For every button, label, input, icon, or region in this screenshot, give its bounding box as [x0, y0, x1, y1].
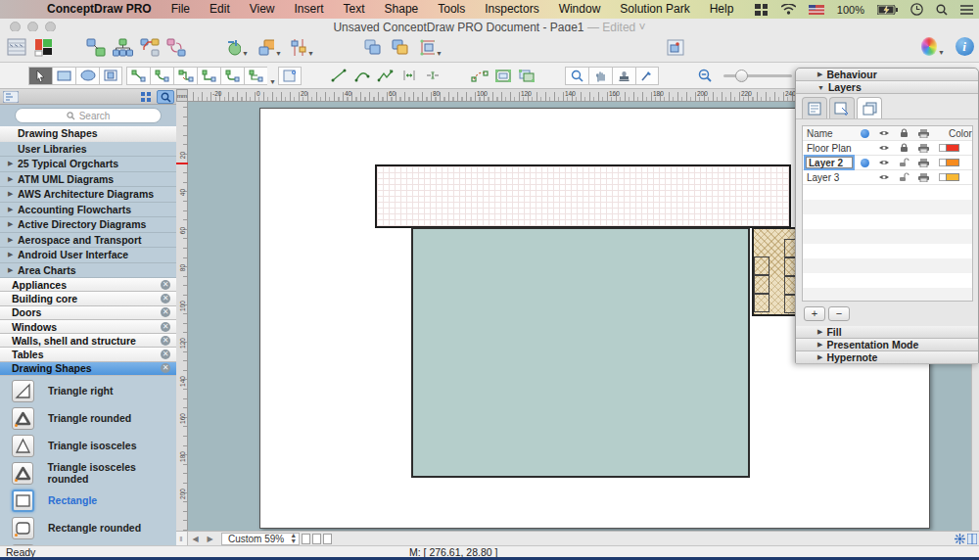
org-chart-icon[interactable]: [111, 36, 134, 58]
layer-select-icon[interactable]: [829, 97, 855, 118]
rectangle-icon[interactable]: [12, 490, 34, 512]
table-group-shape[interactable]: [752, 227, 798, 316]
print-icon[interactable]: [916, 170, 930, 185]
sidebar-item-android-user-interface[interactable]: ▶Android User Interface: [0, 248, 176, 263]
clock-icon[interactable]: [910, 3, 923, 16]
shape-item-rectangle[interactable]: Rectangle: [0, 487, 176, 514]
info-icon[interactable]: i: [953, 35, 976, 57]
zoom-out-icon[interactable]: [694, 65, 718, 86]
notification-center-icon[interactable]: [960, 5, 973, 15]
open-library-drawing-shapes[interactable]: Drawing Shapes✕: [0, 362, 176, 376]
hypernote-section-header[interactable]: ▶Hypernote: [796, 351, 978, 364]
presentation-mode-section-header[interactable]: ▶Presentation Mode: [796, 339, 978, 351]
midpoint-tool[interactable]: [397, 65, 421, 86]
lock-open-icon[interactable]: [897, 156, 910, 170]
visible-icon[interactable]: [877, 156, 891, 170]
connector-smart-tool[interactable]: [173, 67, 197, 85]
menu-window[interactable]: Window: [549, 0, 611, 19]
zoom-slider-handle[interactable]: [735, 70, 748, 82]
expand-arrow-icon[interactable]: ▶: [8, 206, 18, 213]
sidebar-item-active-directory-diagrams[interactable]: ▶Active Directory Diagrams: [0, 217, 176, 233]
bring-forward-icon[interactable]: [389, 36, 412, 58]
close-library-icon[interactable]: ✕: [161, 294, 170, 303]
zoom-tool[interactable]: [565, 67, 588, 85]
distribute-vertical-icon[interactable]: ▼: [291, 36, 314, 58]
layer-list-icon[interactable]: [802, 97, 827, 118]
menu-file[interactable]: File: [162, 0, 200, 19]
expand-arrow-icon[interactable]: ▶: [8, 175, 18, 183]
close-library-icon[interactable]: ✕: [161, 363, 170, 373]
rectangle-tool[interactable]: [52, 67, 75, 85]
expand-arrow-icon[interactable]: ▶: [8, 236, 18, 244]
swap-shapes-icon[interactable]: [164, 36, 188, 58]
pan-tool[interactable]: [588, 67, 612, 85]
close-library-icon[interactable]: ✕: [161, 280, 170, 290]
triangle-right-icon[interactable]: [12, 380, 34, 402]
connector-tree-tool[interactable]: [244, 67, 267, 85]
search-input[interactable]: Search: [15, 108, 162, 123]
group-tool[interactable]: [515, 65, 538, 86]
shape-item-triangle-isosceles-rounded[interactable]: Triangle isosceles rounded: [0, 459, 176, 487]
triangle-rounded-icon[interactable]: [12, 407, 34, 430]
expand-arrow-icon[interactable]: ▶: [8, 266, 18, 274]
group-edit-tool[interactable]: [491, 65, 515, 86]
page-view-button-1[interactable]: [302, 534, 310, 544]
duplicate-icon[interactable]: [361, 36, 385, 58]
lock-open-icon[interactable]: [897, 170, 910, 185]
shape-item-rectangle-rounded[interactable]: Rectangle rounded: [0, 514, 176, 541]
sidebar-item-aws-architecture-diagrams[interactable]: ▶AWS Architecture Diagrams: [0, 187, 176, 203]
split-view-icon[interactable]: [967, 534, 977, 544]
shape-item-triangle-right[interactable]: Triangle right: [0, 377, 176, 404]
note-options-icon[interactable]: ▼: [258, 36, 282, 58]
scroll-right-icon[interactable]: ▶: [203, 533, 217, 545]
open-library-tables[interactable]: Tables✕: [0, 348, 176, 361]
hatched-room-shape[interactable]: [375, 164, 791, 228]
reshape-free-tool[interactable]: [468, 65, 491, 86]
connector-direct-tool[interactable]: [126, 67, 150, 85]
canvas-vertical-scrollbar[interactable]: [971, 363, 979, 531]
sidebar-item-area-charts[interactable]: ▶Area Charts: [0, 263, 176, 279]
close-library-icon[interactable]: ✕: [161, 336, 170, 346]
menu-conceptdraw-pro[interactable]: ConceptDraw PRO: [37, 0, 162, 19]
pane-splitter-handle[interactable]: ‖: [176, 532, 188, 546]
menu-inspectors[interactable]: Inspectors: [475, 0, 548, 19]
connector-menu-caret[interactable]: ▼: [269, 78, 276, 85]
expand-arrow-icon[interactable]: ▶: [8, 220, 18, 228]
print-icon[interactable]: [916, 141, 930, 156]
color-wheel-icon[interactable]: ▼: [921, 35, 945, 57]
menu-view[interactable]: View: [240, 0, 285, 19]
fit-page-icon[interactable]: ▼: [419, 36, 443, 58]
visible-icon[interactable]: [877, 141, 891, 156]
connector-rounded-tool[interactable]: [220, 67, 244, 85]
menu-tools[interactable]: Tools: [428, 0, 475, 19]
scroll-left-icon[interactable]: ◀: [188, 533, 203, 545]
layer-name[interactable]: Layer 3: [803, 172, 854, 183]
sidebar-item-aerospace-and-transport[interactable]: ▶Aerospace and Transport: [0, 233, 176, 249]
menu-edit[interactable]: Edit: [200, 0, 240, 19]
frame-tool[interactable]: [99, 67, 122, 85]
open-library-windows[interactable]: Windows✕: [0, 320, 176, 334]
close-library-icon[interactable]: ✕: [161, 322, 170, 332]
shape-item-triangle-isosceles[interactable]: Triangle isosceles: [0, 432, 176, 459]
open-library-doors[interactable]: Doors✕: [0, 306, 176, 320]
sidebar-item-25-typical-orgcharts[interactable]: ▶25 Typical Orgcharts: [0, 157, 176, 172]
spotlight-search-icon[interactable]: [936, 4, 948, 16]
layer-color-swatch[interactable]: [946, 159, 959, 166]
connect-shapes-icon[interactable]: [84, 36, 108, 58]
menu-help[interactable]: Help: [700, 0, 744, 19]
screen-layout-icon[interactable]: [755, 4, 769, 16]
main-room-shape[interactable]: [411, 227, 750, 478]
layer-row-layer-2[interactable]: Layer 2: [803, 156, 972, 170]
sidebar-item-drawing-shapes[interactable]: Drawing Shapes: [0, 126, 176, 142]
menu-insert[interactable]: Insert: [285, 0, 334, 19]
ellipse-tool[interactable]: [75, 67, 99, 85]
fill-section-header[interactable]: ▶Fill: [796, 326, 978, 339]
layer-color-swatch[interactable]: [946, 144, 959, 152]
zoom-slider[interactable]: [723, 74, 792, 77]
open-library-appliances[interactable]: Appliances✕: [0, 278, 176, 292]
close-library-icon[interactable]: ✕: [161, 307, 170, 317]
page-view-button-3[interactable]: [323, 534, 332, 544]
library-tree-icon[interactable]: [3, 91, 19, 103]
menu-solution-park[interactable]: Solution Park: [610, 0, 699, 19]
grid-view-icon[interactable]: [137, 90, 155, 104]
